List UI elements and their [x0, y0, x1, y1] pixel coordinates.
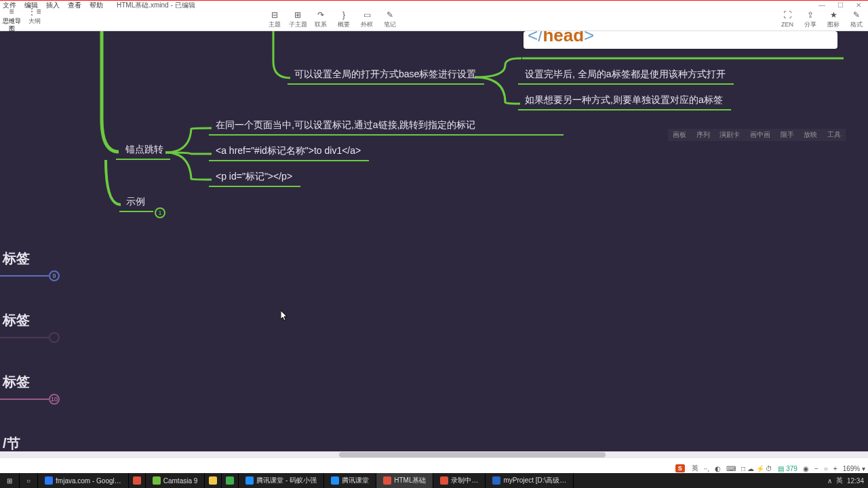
ime-width[interactable]: ◐: [715, 465, 721, 472]
zoom-in-button[interactable]: +: [833, 465, 837, 472]
legend-限手[interactable]: 限手: [781, 130, 794, 140]
tray-item[interactable]: 12:34: [847, 477, 864, 485]
word-count: 379: [786, 465, 797, 472]
close-button[interactable]: ✕: [856, 1, 861, 9]
taskbar-item[interactable]: 录制中…: [433, 473, 486, 488]
app-icon: [133, 476, 141, 485]
expand-badge-tag-2[interactable]: [49, 332, 60, 343]
start-button[interactable]: ⊞: [0, 473, 20, 488]
外框-icon: ▭: [355, 12, 378, 21]
图标-icon: ★: [822, 12, 845, 21]
分享-icon: ⇪: [799, 12, 822, 21]
node-example[interactable]: 示例: [123, 195, 149, 211]
tool-格式[interactable]: ✎格式: [845, 12, 868, 28]
taskbar-item[interactable]: 腾讯课堂 - 码蚁小强: [239, 473, 324, 488]
maximize-button[interactable]: ☐: [837, 1, 844, 9]
menu-查看[interactable]: 查看: [68, 1, 81, 10]
mouse-cursor-icon: [281, 310, 289, 323]
app-icon: [209, 476, 217, 485]
connector-lines: [0, 31, 868, 458]
ime-punct[interactable]: ··,: [704, 465, 709, 472]
子主题-icon: ⊞: [286, 12, 309, 21]
status-bar: S 英 ··, ◐ ⌨ □ ☁ ⚡ ⏱ ▤ 379 ◉ − ○ + 169% ▾: [0, 464, 868, 473]
menu-bar: 文件编辑插入查看帮助 HTML基础.xmind - 已编辑 —☐✕: [0, 0, 868, 9]
toolbar: ≡思维导图⋮≡大纲 ⊟主题⊞子主题↷联系}概要▭外框✎笔记 ⛶ZEN⇪分享★图标…: [0, 9, 868, 31]
expand-badge-example[interactable]: 1: [155, 207, 165, 218]
window-title: HTML基础.xmind - 已编辑: [117, 1, 195, 10]
app-icon: [383, 476, 391, 485]
app-icon: [245, 476, 254, 485]
tool-主题[interactable]: ⊟主题: [263, 12, 286, 28]
tray-item[interactable]: 英: [836, 476, 843, 485]
笔记-icon: ✎: [378, 12, 401, 21]
zoom-reset-button[interactable]: ○: [824, 465, 828, 472]
app-icon: [331, 476, 339, 485]
taskbar-item[interactable]: HTML基础: [376, 473, 433, 488]
zoom-level[interactable]: 169% ▾: [843, 465, 865, 472]
主题-icon: ⊟: [263, 12, 286, 21]
node-tag-1[interactable]: 标签: [0, 248, 34, 270]
taskbar-item[interactable]: Camtasia 9: [146, 473, 205, 488]
格式-icon: ✎: [845, 12, 868, 21]
legend-画板[interactable]: 画板: [673, 130, 686, 140]
legend-放映[interactable]: 放映: [804, 130, 817, 140]
minimize-button[interactable]: —: [818, 1, 825, 9]
概要-icon: }: [332, 12, 355, 21]
tool-外框[interactable]: ▭外框: [355, 12, 378, 28]
node-tag-3[interactable]: 标签: [0, 371, 34, 394]
大纲-icon: ⋮≡: [23, 8, 46, 18]
ime-icon[interactable]: S: [675, 464, 685, 472]
node-anchor-child-1[interactable]: 在同一个页面当中,可以设置标记,通过a链接,跳转到指定的标记: [213, 118, 479, 134]
zoom-out-button[interactable]: −: [814, 465, 818, 472]
tool-联系[interactable]: ↷联系: [309, 12, 332, 28]
app-icon: [45, 476, 53, 485]
node-base-tag[interactable]: 可以设置全局的打开方式base标签进行设置: [292, 67, 480, 83]
eye-icon[interactable]: ◉: [803, 465, 809, 472]
app-icon: [440, 476, 448, 485]
tool-思维导图[interactable]: ≡思维导图: [0, 8, 23, 33]
taskbar-item[interactable]: fmjava.com - Googl…: [38, 473, 129, 488]
expand-badge-tag-1[interactable]: 9: [49, 270, 60, 281]
expand-badge-tag-3[interactable]: 10: [49, 394, 60, 405]
keyboard-icon[interactable]: ⌨: [726, 465, 736, 472]
horizontal-scrollbar[interactable]: [0, 451, 868, 458]
taskbar-item[interactable]: [222, 473, 239, 488]
tool-子主题[interactable]: ⊞子主题: [286, 12, 309, 28]
tool-大纲[interactable]: ⋮≡大纲: [23, 8, 46, 33]
node-base-child-2[interactable]: 如果想要另一种方式,则要单独设置对应的a标签: [522, 93, 727, 109]
tool-图标[interactable]: ★图标: [822, 12, 845, 28]
legend-画中画[interactable]: 画中画: [750, 130, 770, 140]
legend-工具[interactable]: 工具: [827, 130, 841, 140]
tool-笔记[interactable]: ✎笔记: [378, 12, 401, 28]
tool-概要[interactable]: }概要: [332, 12, 355, 28]
app-icon: [492, 476, 500, 485]
ZEN-icon: ⛶: [776, 12, 799, 21]
floating-toolbar[interactable]: 画板序列演剧卡画中画限手放映工具: [668, 129, 846, 141]
cortana-button[interactable]: ○: [20, 473, 38, 488]
mindmap-canvas[interactable]: </head> 可以设置全局的打开方式base标签进行设置 设置完毕后, 全局的…: [0, 31, 868, 458]
联系-icon: ↷: [309, 12, 332, 21]
思维导图-icon: ≡: [0, 8, 23, 18]
tool-分享[interactable]: ⇪分享: [799, 12, 822, 28]
scrollbar-thumb[interactable]: [339, 452, 606, 458]
node-tag-2[interactable]: 标签: [0, 310, 34, 332]
taskbar-item[interactable]: [129, 473, 146, 488]
taskbar-item[interactable]: myProject [D:\高级…: [486, 473, 574, 488]
app-icon: [226, 476, 234, 485]
legend-演剧卡[interactable]: 演剧卡: [719, 130, 740, 140]
menu-插入[interactable]: 插入: [46, 1, 60, 10]
tray-item[interactable]: ∧: [827, 477, 832, 485]
legend-序列[interactable]: 序列: [696, 130, 710, 140]
windows-taskbar[interactable]: ⊞ ○ fmjava.com - Googl…Camtasia 9腾讯课堂 - …: [0, 473, 868, 488]
menu-帮助[interactable]: 帮助: [90, 1, 103, 10]
taskbar-item[interactable]: 腾讯课堂: [324, 473, 376, 488]
app-icon: [153, 476, 161, 485]
node-anchor-child-2[interactable]: <a href="#id标记名称">to div1</a>: [213, 144, 365, 160]
taskbar-item[interactable]: [205, 473, 222, 488]
node-anchor-child-3[interactable]: <p id="标记"></p>: [213, 169, 296, 186]
node-base-child-1[interactable]: 设置完毕后, 全局的a标签都是使用该种方式打开: [522, 67, 730, 83]
ime-lang[interactable]: 英: [692, 464, 698, 473]
tool-ZEN[interactable]: ⛶ZEN: [776, 12, 799, 28]
node-anchor-jump[interactable]: 锚点跳转: [123, 142, 167, 159]
